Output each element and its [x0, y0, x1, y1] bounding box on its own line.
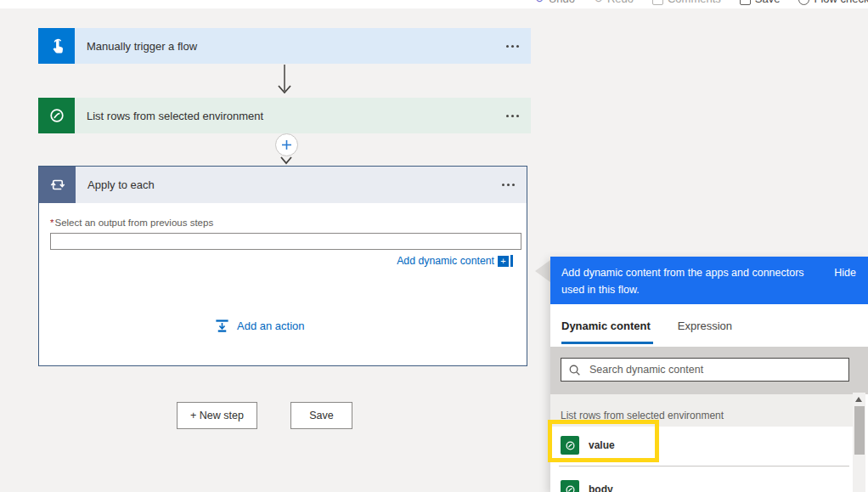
redo-label: Redo — [607, 0, 634, 8]
add-an-action-label: Add an action — [237, 320, 305, 332]
connector-arrowhead — [280, 156, 292, 165]
add-action-icon — [214, 318, 230, 334]
active-tab-underline — [561, 342, 653, 344]
item-label: body — [589, 484, 613, 492]
add-dynamic-content-label: Add dynamic content — [397, 255, 494, 267]
panel-header-text: Add dynamic content from the apps and co… — [561, 267, 804, 296]
connector-arrow — [276, 65, 293, 99]
trigger-card-manually-trigger-a-flow[interactable]: Manually trigger a flow — [38, 28, 531, 64]
new-step-button[interactable]: + New step — [177, 402, 257, 429]
add-dynamic-content-button[interactable]: Add dynamic content + — [397, 255, 513, 267]
trigger-card-menu-button[interactable] — [506, 45, 509, 48]
dataverse-icon — [561, 436, 579, 455]
list-rows-card-menu-button[interactable] — [506, 115, 509, 117]
action-card-list-rows[interactable]: List rows from selected environment — [38, 98, 531, 133]
comments-icon — [652, 0, 663, 5]
dynamic-content-list: List rows from selected environment valu… — [550, 394, 868, 492]
search-box[interactable] — [561, 358, 849, 382]
apply-to-each-menu-button[interactable] — [502, 184, 504, 186]
list-rows-card-title: List rows from selected environment — [87, 110, 506, 122]
apply-to-each-header[interactable]: Apply to each — [39, 167, 527, 203]
output-field-label: *Select an output from previous steps — [50, 218, 213, 228]
panel-scrollbar[interactable] — [853, 393, 865, 492]
search-icon — [568, 364, 581, 376]
dataverse-icon — [561, 480, 579, 492]
dynamic-content-item-body[interactable]: body — [550, 471, 851, 492]
undo-icon: ↺ — [535, 0, 544, 8]
item-label: value — [589, 439, 615, 451]
item-divider — [559, 466, 849, 467]
section-header-strip: List rows from selected environment — [550, 394, 854, 427]
dataverse-icon — [38, 98, 75, 133]
scope-apply-to-each: Apply to each *Select an output from pre… — [38, 166, 527, 366]
flow-checker-label: Flow checker — [814, 0, 868, 8]
panel-pointer-beak — [535, 260, 550, 282]
tab-expression[interactable]: Expression — [678, 320, 732, 332]
scroll-up-arrow-icon[interactable] — [855, 397, 862, 402]
flow-designer-screen: ↺ Undo ↻ Redo Comments Save Flow checker — [0, 0, 868, 492]
add-dynamic-content-icon: + — [498, 255, 513, 267]
insert-step-button[interactable] — [275, 133, 298, 156]
redo-icon: ↻ — [594, 0, 603, 8]
save-toolbar-label: Save — [755, 0, 781, 8]
undo-label: Undo — [549, 0, 575, 8]
tab-dynamic-content[interactable]: Dynamic content — [561, 320, 651, 332]
hide-button[interactable]: Hide — [834, 264, 856, 281]
save-button[interactable]: Save — [290, 402, 352, 429]
dynamic-content-item-value[interactable]: value — [550, 427, 851, 464]
save-icon — [740, 0, 751, 5]
search-band — [550, 347, 868, 394]
apply-to-each-title: Apply to each — [87, 178, 502, 191]
redo-button[interactable]: ↻ Redo — [594, 0, 634, 8]
comments-button[interactable]: Comments — [652, 0, 721, 8]
panel-tabs: Dynamic content Expression — [550, 304, 868, 347]
comments-label: Comments — [668, 0, 721, 8]
trigger-card-title: Manually trigger a flow — [87, 40, 506, 53]
flow-checker-icon — [798, 0, 809, 5]
loop-icon — [39, 167, 76, 203]
required-marker: * — [50, 218, 54, 228]
select-output-input[interactable] — [50, 233, 521, 250]
undo-button[interactable]: ↺ Undo — [535, 0, 575, 8]
add-an-action-button[interactable]: Add an action — [214, 318, 305, 334]
plus-icon — [281, 139, 292, 150]
top-toolbar: ↺ Undo ↻ Redo Comments Save Flow checker — [0, 0, 868, 8]
scrollbar-thumb[interactable] — [854, 406, 865, 455]
section-header: List rows from selected environment — [561, 410, 724, 421]
save-toolbar-button[interactable]: Save — [740, 0, 781, 8]
manual-trigger-icon — [38, 28, 75, 64]
dynamic-content-panel: Add dynamic content from the apps and co… — [550, 257, 868, 492]
search-input[interactable] — [588, 363, 842, 376]
flow-checker-button[interactable]: Flow checker — [798, 0, 868, 8]
panel-header: Add dynamic content from the apps and co… — [550, 257, 868, 304]
